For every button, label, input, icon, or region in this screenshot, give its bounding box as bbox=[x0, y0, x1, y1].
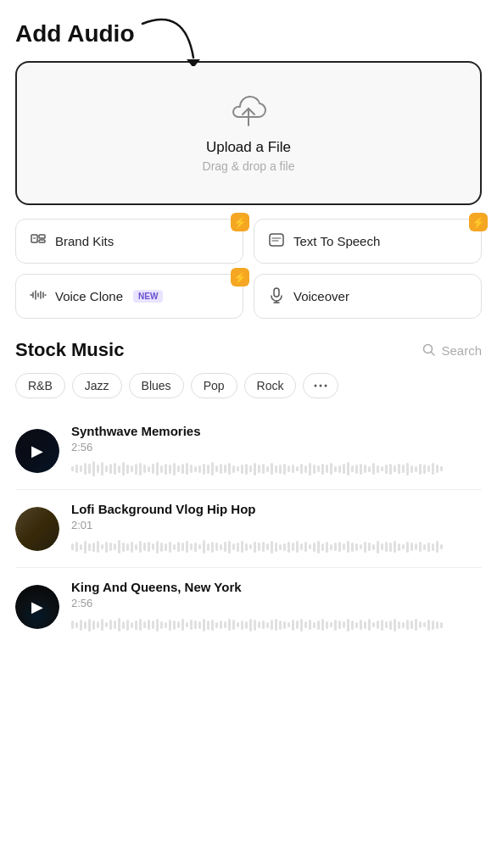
page-title: Add Audio bbox=[15, 20, 134, 47]
svg-rect-3 bbox=[39, 235, 45, 238]
track-item: Lofi Background Vlog Hip Hop 2:01 bbox=[15, 490, 482, 568]
text-to-speech-icon bbox=[268, 231, 285, 251]
track-duration-1: 2:56 bbox=[71, 441, 482, 453]
track-name-3: King And Queens, New York bbox=[71, 580, 482, 594]
svg-point-23 bbox=[325, 385, 327, 387]
voice-clone-new-badge: NEW bbox=[133, 290, 163, 303]
stock-music-title: Stock Music bbox=[15, 339, 124, 361]
genre-chip-rnb[interactable]: R&B bbox=[15, 373, 65, 398]
track-info-1: Synthwave Memories 2:56 bbox=[71, 424, 482, 477]
voice-clone-button[interactable]: Voice Clone NEW ⚡ bbox=[15, 274, 243, 319]
svg-line-20 bbox=[432, 353, 435, 356]
track-item: ▶ Synthwave Memories 2:56 bbox=[15, 412, 482, 490]
brand-kits-lightning-badge: ⚡ bbox=[231, 213, 249, 231]
more-icon bbox=[314, 384, 327, 387]
voiceover-label: Voiceover bbox=[293, 289, 349, 303]
text-to-speech-lightning-badge: ⚡ bbox=[469, 213, 488, 231]
genre-chips: R&B Jazz Blues Pop Rock bbox=[15, 373, 482, 398]
svg-rect-4 bbox=[39, 240, 45, 242]
tracks-list: ▶ Synthwave Memories 2:56 Lofi Backgroun… bbox=[15, 412, 482, 645]
text-to-speech-button[interactable]: Text To Speech ⚡ bbox=[254, 219, 482, 264]
genre-chip-pop[interactable]: Pop bbox=[191, 373, 237, 398]
voice-clone-lightning-badge: ⚡ bbox=[231, 268, 249, 287]
track-duration-2: 2:01 bbox=[71, 519, 482, 531]
voice-clone-icon bbox=[30, 287, 47, 306]
brand-kits-button[interactable]: Brand Kits ⚡ bbox=[15, 219, 243, 264]
arrow-decoration bbox=[134, 15, 219, 70]
play-button-3[interactable]: ▶ bbox=[15, 585, 59, 629]
track-info-2: Lofi Background Vlog Hip Hop 2:01 bbox=[71, 502, 482, 555]
svg-marker-0 bbox=[187, 59, 200, 66]
search-icon bbox=[422, 343, 436, 357]
track-thumbnail-3[interactable]: ▶ bbox=[15, 585, 59, 629]
track-name-1: Synthwave Memories bbox=[71, 424, 482, 438]
search-area[interactable]: Search bbox=[422, 343, 482, 358]
track-thumbnail-2[interactable] bbox=[15, 507, 59, 551]
play-button-1[interactable]: ▶ bbox=[15, 429, 59, 473]
upload-cloud-icon bbox=[228, 93, 269, 131]
track-item: ▶ King And Queens, New York 2:56 bbox=[15, 568, 482, 645]
upload-box[interactable]: Upload a File Drag & drop a file bbox=[15, 61, 482, 205]
track-thumbnail-1[interactable]: ▶ bbox=[15, 429, 59, 473]
brand-kits-label: Brand Kits bbox=[55, 234, 114, 248]
brand-kits-icon bbox=[30, 231, 47, 251]
upload-title: Upload a File bbox=[206, 139, 291, 156]
header: Add Audio bbox=[15, 20, 482, 47]
voiceover-icon bbox=[268, 287, 285, 306]
track-name-2: Lofi Background Vlog Hip Hop bbox=[71, 502, 482, 516]
search-label: Search bbox=[441, 343, 482, 358]
voiceover-button[interactable]: Voiceover bbox=[254, 274, 482, 319]
options-grid: Brand Kits ⚡ Text To Speech ⚡ bbox=[15, 219, 482, 319]
genre-chip-more[interactable] bbox=[303, 373, 338, 398]
waveform-2 bbox=[71, 538, 482, 555]
voice-clone-label: Voice Clone bbox=[55, 289, 123, 303]
track-info-3: King And Queens, New York 2:56 bbox=[71, 580, 482, 633]
svg-point-22 bbox=[320, 385, 322, 387]
genre-chip-blues[interactable]: Blues bbox=[129, 373, 184, 398]
svg-rect-6 bbox=[270, 234, 283, 246]
text-to-speech-label: Text To Speech bbox=[293, 234, 380, 248]
svg-point-21 bbox=[315, 385, 317, 387]
genre-chip-jazz[interactable]: Jazz bbox=[72, 373, 122, 398]
waveform-3 bbox=[71, 616, 482, 633]
play-button-2[interactable] bbox=[15, 507, 59, 551]
stock-music-header: Stock Music Search bbox=[15, 339, 482, 361]
genre-chip-rock[interactable]: Rock bbox=[244, 373, 297, 398]
upload-subtitle: Drag & drop a file bbox=[203, 159, 295, 173]
svg-rect-16 bbox=[274, 288, 279, 297]
waveform-1 bbox=[71, 460, 482, 477]
track-duration-3: 2:56 bbox=[71, 597, 482, 609]
